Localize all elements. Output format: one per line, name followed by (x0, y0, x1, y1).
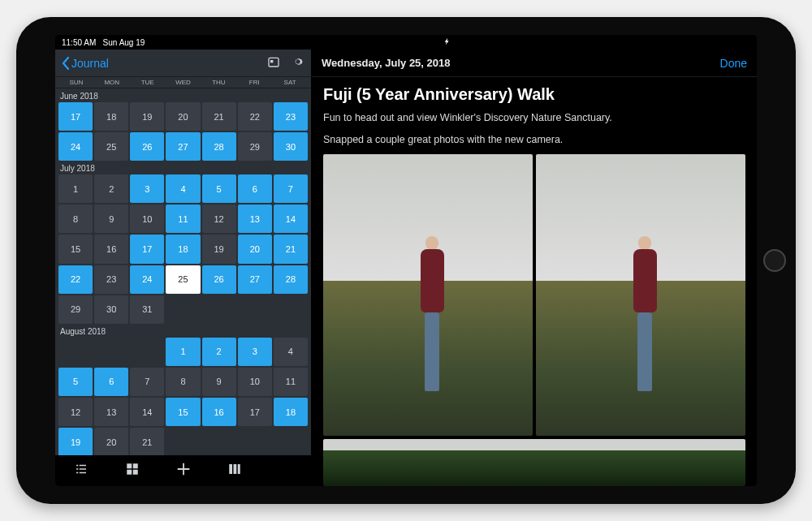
calendar-day[interactable]: 18 (94, 102, 128, 131)
calendar-day[interactable]: 6 (238, 174, 272, 203)
calendar-day[interactable]: 20 (166, 102, 200, 131)
calendar-day[interactable]: 5 (202, 174, 236, 203)
weekday-label: SAT (272, 79, 308, 86)
calendar-day[interactable]: 26 (202, 265, 236, 294)
calendar-day[interactable]: 13 (238, 205, 272, 233)
tab-columns[interactable] (215, 462, 254, 480)
calendar-day[interactable]: 21 (130, 428, 164, 455)
calendar-day[interactable]: 29 (238, 132, 272, 161)
calendar-day[interactable]: 12 (58, 398, 93, 426)
svg-rect-5 (132, 463, 137, 468)
month-label: June 2018 (58, 88, 308, 102)
calendar-day[interactable]: 10 (238, 368, 272, 396)
calendar-day[interactable]: 11 (166, 205, 200, 233)
columns-icon (227, 462, 243, 480)
month-label: July 2018 (58, 161, 308, 174)
calendar-day[interactable]: 17 (238, 398, 272, 426)
calendar-day[interactable]: 19 (202, 235, 236, 263)
home-button[interactable] (763, 249, 786, 272)
calendar-day[interactable]: 20 (238, 235, 272, 263)
calendar-day[interactable]: 21 (202, 102, 236, 131)
calendar-day[interactable]: 17 (58, 102, 93, 131)
photo-thumbnail[interactable] (323, 154, 533, 437)
calendar-day[interactable]: 9 (94, 205, 128, 233)
done-button[interactable]: Done (720, 57, 747, 70)
weekday-header: SUNMONTUEWEDTHUFRISAT (55, 77, 311, 88)
tab-add[interactable] (164, 460, 203, 481)
calendar-day[interactable]: 19 (130, 102, 164, 131)
back-button[interactable]: Journal (62, 57, 109, 70)
calendar-day[interactable]: 6 (94, 368, 128, 396)
svg-rect-4 (127, 463, 132, 468)
month-grid: 123456789101112131415161718192021 (58, 338, 308, 455)
photo-thumbnail[interactable] (323, 439, 745, 486)
calendar-day[interactable]: 27 (238, 265, 272, 294)
calendar-day[interactable]: 23 (94, 265, 128, 294)
calendar-day[interactable]: 26 (130, 132, 164, 161)
weekday-label: SUN (58, 79, 94, 86)
calendar-day[interactable]: 28 (202, 132, 236, 161)
photo-thumbnail[interactable] (536, 154, 745, 437)
calendar-day[interactable]: 11 (274, 368, 308, 396)
calendar-day[interactable]: 7 (130, 368, 164, 396)
calendar-day[interactable]: 1 (166, 338, 200, 366)
calendar-day[interactable]: 16 (94, 235, 128, 263)
calendar-day[interactable]: 22 (238, 102, 272, 131)
calendar-day[interactable]: 27 (166, 132, 200, 161)
calendar-day[interactable]: 17 (130, 235, 164, 263)
calendar-day[interactable]: 20 (94, 428, 128, 455)
calendar-day[interactable]: 16 (202, 398, 236, 426)
today-icon[interactable] (267, 55, 280, 71)
entry-body[interactable]: Fuji (5 Year Anniversary) Walk Fun to he… (312, 77, 757, 486)
calendar-day[interactable]: 22 (58, 265, 93, 294)
tab-list[interactable] (62, 462, 101, 480)
calendar-day[interactable]: 18 (274, 398, 308, 426)
grid-icon (125, 462, 140, 480)
calendar-day[interactable]: 3 (130, 174, 164, 203)
svg-rect-10 (237, 464, 240, 474)
calendar-day[interactable]: 24 (130, 265, 164, 294)
tab-grid[interactable] (113, 462, 152, 480)
calendar-day[interactable]: 29 (58, 295, 93, 324)
calendar-day[interactable]: 14 (274, 205, 308, 233)
svg-rect-7 (132, 470, 137, 475)
calendar-day[interactable]: 5 (58, 368, 93, 396)
calendar-day[interactable]: 13 (94, 398, 128, 426)
calendar-day[interactable]: 2 (202, 338, 236, 366)
calendar-day[interactable]: 7 (274, 174, 308, 203)
calendar-day[interactable]: 30 (94, 295, 128, 324)
calendar-day[interactable]: 31 (130, 295, 164, 324)
weekday-label: TUE (130, 79, 166, 86)
calendar-day[interactable]: 4 (274, 338, 308, 366)
day-blank (238, 295, 272, 324)
calendar-day[interactable]: 15 (166, 398, 200, 426)
calendar-day[interactable]: 30 (274, 132, 308, 161)
screen: 11:50 AM Sun Aug 19 Journal (55, 35, 757, 486)
back-label: Journal (71, 57, 109, 70)
calendar-day[interactable]: 2 (94, 174, 128, 203)
gear-icon[interactable] (292, 55, 304, 71)
calendar-day[interactable]: 12 (202, 205, 236, 233)
calendar-day[interactable]: 25 (94, 132, 128, 161)
calendar-day[interactable]: 23 (274, 102, 308, 131)
calendar-day[interactable]: 8 (166, 368, 200, 396)
calendar-day[interactable]: 9 (202, 368, 236, 396)
calendar-day[interactable]: 25 (166, 265, 200, 294)
calendar-day[interactable]: 28 (274, 265, 308, 294)
calendar-day[interactable]: 24 (58, 132, 93, 161)
calendar-day[interactable]: 14 (130, 398, 164, 426)
calendar-day[interactable]: 4 (166, 174, 200, 203)
day-blank (202, 295, 236, 324)
calendar-day[interactable]: 21 (274, 235, 308, 263)
months-scroll[interactable]: June 20181718192021222324252627282930Jul… (55, 88, 311, 455)
calendar-day[interactable]: 18 (166, 235, 200, 263)
calendar-day[interactable]: 15 (58, 235, 93, 263)
calendar-day[interactable]: 3 (238, 338, 272, 366)
entry-panel: Wednesday, July 25, 2018 Done Fuji (5 Ye… (312, 50, 757, 486)
calendar-day[interactable]: 10 (130, 205, 164, 233)
entry-header: Wednesday, July 25, 2018 Done (312, 50, 757, 77)
calendar-day[interactable]: 8 (58, 205, 93, 233)
tab-calendar[interactable] (266, 462, 305, 480)
calendar-day[interactable]: 19 (58, 428, 93, 455)
calendar-day[interactable]: 1 (58, 174, 93, 203)
